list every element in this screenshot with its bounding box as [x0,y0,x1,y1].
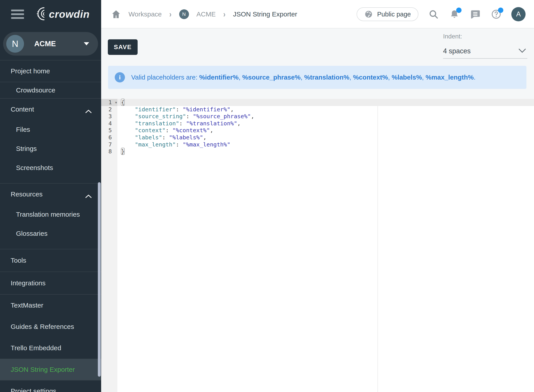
notifications-bell-icon[interactable] [449,9,460,20]
punctuation-token: : [186,113,193,120]
sidebar-item-label: Trello Embedded [11,344,61,352]
indent-select[interactable]: 4 spaces [443,44,527,59]
sidebar-group: ContentFilesStringsScreenshots [0,99,101,177]
punctuation-token [121,120,135,127]
crowdin-logo[interactable]: crowdin [33,7,89,22]
app-root: crowdin Workspace › N ACME › JSON String… [0,0,534,392]
sidebar-item-textmaster[interactable]: TextMaster [0,295,101,316]
punctuation-token: , [210,127,213,134]
punctuation-token: : [162,134,169,141]
sidebar-item-glossaries[interactable]: Glossaries [0,224,101,243]
punctuation-token: , [251,113,254,120]
json-key-token: "context" [135,127,165,134]
code-editor[interactable]: 1▾2345678 { "identifier": "%identifier%"… [101,99,534,392]
code-line: { [117,99,534,106]
breadcrumb: Workspace › N ACME › JSON String Exporte… [111,0,297,28]
json-value-token: "%source_phrase%" [193,113,251,120]
editor-code-area: { "identifier": "%identifier%", "source_… [117,99,534,155]
project-selector[interactable]: N ACME [3,32,98,56]
code-line: "identifier": "%identifier%", [117,106,534,113]
sidebar-scrollbar[interactable] [98,182,101,377]
json-value-token: "%identifier%" [183,106,230,113]
sidebar-item-label: Glossaries [16,230,47,237]
sidebar-menu: Project homeCrowdsourceContentFilesStrin… [0,60,101,392]
indent-selected-value: 4 spaces [443,47,471,55]
help-icon[interactable] [490,9,502,20]
help-dot [498,8,503,13]
placeholder-token: %labels% [392,74,422,81]
sidebar-item-resources[interactable]: Resources [0,184,101,205]
fold-toggle-icon[interactable]: ▾ [115,99,117,106]
placeholder-token: %context% [353,74,388,81]
sidebar-group: Project home [0,61,101,82]
public-page-button[interactable]: Public page [356,7,418,21]
punctuation-token: : [166,127,173,134]
json-key-token: "translation" [135,120,179,127]
sidebar-item-files[interactable]: Files [0,120,101,139]
punctuation-token [121,113,135,120]
placeholders-info-banner: i Valid placeholders are: %identifier%, … [108,66,526,89]
json-value-token: "%max_length%" [183,141,230,148]
brace-token: } [121,148,125,155]
sidebar-item-label: Tools [11,257,26,264]
chevron-up-icon [85,107,92,111]
gutter-line-number[interactable]: 8 [101,148,117,155]
json-key-token: "max_length" [135,141,176,148]
gutter-line-number[interactable]: 7 [101,141,117,148]
sidebar-item-translation-memories[interactable]: Translation memories [0,205,101,224]
project-selector-name: ACME [34,40,56,48]
gutter-line-number[interactable]: 6 [101,134,117,141]
placeholder-token: %max_length% [426,74,473,81]
save-button[interactable]: SAVE [108,39,138,55]
sidebar-item-integrations[interactable]: Integrations [0,272,101,294]
gutter-line-number[interactable]: 2 [101,106,117,113]
public-page-label: Public page [377,11,411,18]
chevron-up-icon [85,192,92,196]
sidebar-item-label: Integrations [11,279,46,287]
breadcrumb-workspace[interactable]: Workspace [128,10,162,18]
crowdin-logo-text: crowdin [49,8,89,20]
messages-icon[interactable] [469,9,481,20]
punctuation-token [121,141,135,148]
gutter-line-number[interactable]: 5 [101,127,117,134]
header-brand-area: crowdin [0,0,101,28]
user-avatar[interactable]: A [511,7,525,21]
gutter-line-number[interactable]: 3 [101,113,117,120]
punctuation-token: , [230,106,234,113]
sidebar-item-project-settings[interactable]: Project settings [0,380,101,392]
sidebar-item-trello-embedded[interactable]: Trello Embedded [0,337,101,359]
sidebar-item-screenshots[interactable]: Screenshots [0,158,101,177]
sidebar-item-tools[interactable]: Tools [0,249,101,271]
project-selector-avatar: N [6,35,24,53]
search-icon[interactable] [428,9,439,20]
sidebar-item-label: TextMaster [11,302,43,309]
sidebar-item-label: Screenshots [16,164,53,172]
punctuation-token [121,127,135,134]
code-line: "labels": "%labels%", [117,134,534,141]
brace-token: { [121,99,125,106]
sidebar-item-guides-references[interactable]: Guides & References [0,316,101,337]
code-line: } [117,148,534,155]
sidebar-item-json-string-exporter[interactable]: JSON String Exporter [0,359,101,380]
sidebar-item-crowdsource[interactable]: Crowdsource [0,82,101,98]
banner-text: Valid placeholders are: %identifier%, %s… [131,74,476,81]
header-actions: Public page [356,0,525,28]
sidebar-item-label: Project settings [11,387,56,392]
json-value-token: "%translation%" [186,120,237,127]
home-icon[interactable] [111,9,121,19]
sidebar-item-content[interactable]: Content [0,99,101,120]
info-icon: i [115,72,125,82]
sidebar-item-strings[interactable]: Strings [0,139,101,158]
indent-label: Indent: [443,33,462,40]
gutter-line-number[interactable]: 4 [101,120,117,127]
gutter-line-number[interactable]: 1▾ [101,99,117,106]
json-key-token: "source_string" [135,113,186,120]
breadcrumb-project[interactable]: ACME [197,10,216,18]
hamburger-menu-icon[interactable] [11,9,24,19]
project-avatar: N [179,9,189,19]
sidebar-group: Integrations [0,272,101,294]
chevron-right-icon: › [169,9,172,19]
punctuation-token: , [237,120,241,127]
chevron-down-icon [518,48,526,54]
sidebar-item-project-home[interactable]: Project home [0,61,101,82]
